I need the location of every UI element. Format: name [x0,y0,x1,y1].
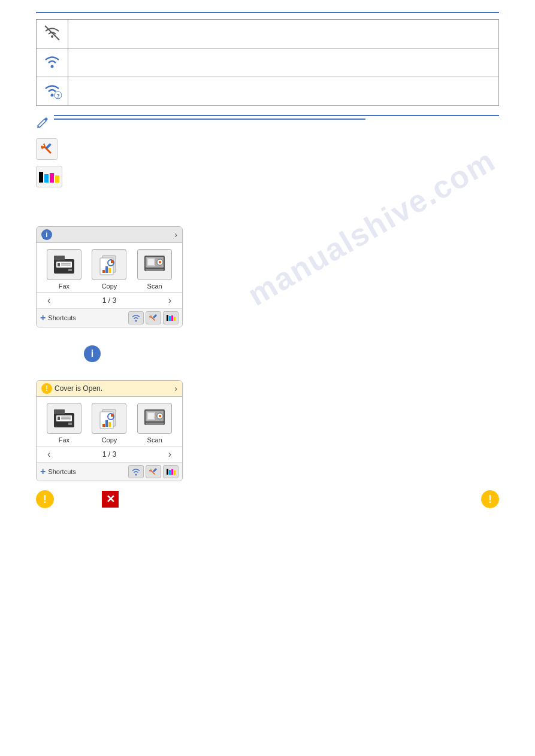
wifi-off-text [68,20,499,48]
wifi-off-cell [37,20,68,48]
ink-bar-magenta [50,173,54,183]
pencil-icon [36,116,49,132]
svg-rect-32 [58,417,60,420]
scan-icon-item[interactable]: Scan [137,249,172,290]
scan-icon-item-2[interactable]: Scan [137,403,172,444]
scan-label: Scan [147,283,162,290]
bottom-warning-icon-2: ! [481,490,499,508]
shortcuts-plus-1[interactable]: + [40,312,46,323]
svg-point-1 [51,65,54,68]
info-circle: i [84,345,101,362]
wifi-question-text [68,77,499,106]
copy-icon-item[interactable]: Copy [92,249,126,290]
device-shortcuts-row-1: + Shortcuts [37,308,182,327]
svg-rect-10 [61,265,71,266]
top-rule [36,12,499,13]
wifi-question-row: ? [37,77,499,106]
device-icons-row-2: Fax Copy [37,397,182,446]
wifi-on-cell [37,48,68,77]
shortcut-wifi-icon-2[interactable] [128,465,144,478]
wifi-off-row [37,20,499,48]
device-nav-left-1[interactable]: ‹ [41,295,56,306]
svg-rect-19 [108,268,111,273]
svg-rect-12 [68,269,72,271]
note-line-1 [54,115,499,116]
device-nav-row-1: ‹ 1 / 3 › [37,292,182,308]
wifi-on-icon [43,64,62,73]
svg-rect-51 [153,468,157,472]
svg-rect-49 [148,413,154,419]
svg-rect-29 [153,314,157,318]
ink-icon-row [36,166,499,187]
copy-icon-box-2 [92,403,126,434]
fax-icon-box-2 [47,403,81,434]
ink-bar-cyan [44,174,49,183]
device-nav-page-1: 1 / 3 [56,296,162,305]
warning-icon-small: ! [41,383,52,394]
device-nav-right-1[interactable]: › [162,295,177,306]
copy-icon-box [92,249,126,280]
bottom-warning-icon-1: ! [36,490,54,508]
note-lines [54,115,499,120]
fax-icon-item-2[interactable]: Fax [47,403,81,444]
wifi-question-icon: ? [43,93,62,102]
svg-rect-33 [61,417,71,418]
shortcuts-label-1: Shortcuts [48,314,75,321]
svg-rect-11 [54,256,65,260]
note-line-2 [54,119,365,120]
svg-rect-18 [105,266,108,273]
device-screen-2: ! Cover is Open. › [36,380,183,481]
device-screen-1-header: i › [37,227,182,243]
wifi-on-text [68,48,499,77]
svg-rect-35 [54,409,65,414]
bottom-error-x-icon: ✕ [102,491,119,508]
device-shortcuts-row-2: + Shortcuts [37,462,182,481]
wifi-off-icon [43,35,62,44]
copy-icon-item-2[interactable]: Copy [92,403,126,444]
svg-rect-8 [58,263,60,266]
device-nav-right-2[interactable]: › [162,449,177,460]
svg-rect-40 [105,420,108,427]
shortcuts-label-2: Shortcuts [48,468,75,475]
ink-bar-black [39,172,43,183]
ink-bar-yellow [55,175,59,183]
wifi-question-cell: ? [37,77,68,106]
device-nav-left-2[interactable]: ‹ [41,449,56,460]
svg-rect-34 [61,418,71,420]
shortcut-ink-icon[interactable] [163,311,179,324]
shortcuts-plus-2[interactable]: + [40,466,46,477]
page-container: ? [0,0,535,756]
shortcut-wrench-icon-2[interactable] [146,465,161,478]
bottom-icons-row: ! ✕ ! [36,490,499,508]
svg-rect-27 [148,259,154,265]
device-header-arrow[interactable]: › [174,230,177,239]
device-nav-page-2: 1 / 3 [56,450,162,459]
svg-rect-5 [46,143,52,149]
device-screen-2-header: ! Cover is Open. › [37,381,182,397]
svg-rect-45 [146,423,164,425]
ink-icon [36,166,62,187]
fax-icon-box [47,249,81,280]
svg-point-28 [135,320,137,322]
svg-point-50 [135,474,137,476]
settings-icon-row [36,138,499,160]
device-icons-row-1: Fax [37,243,182,292]
wifi-on-row [37,48,499,77]
settings-icon [36,138,58,160]
device-header-arrow-2[interactable]: › [174,384,177,393]
shortcut-icons-2 [128,465,179,478]
shortcut-icons-1 [128,311,179,324]
fax-icon-item[interactable]: Fax [47,249,81,290]
spacer-1 [36,190,499,214]
shortcut-ink-icon-2[interactable] [163,465,179,478]
svg-rect-23 [146,269,164,271]
scan-icon-box-2 [137,403,172,434]
copy-label-2: Copy [102,436,117,444]
device-info-icon[interactable]: i [41,229,52,240]
shortcut-wrench-icon[interactable] [146,311,161,324]
info-icon-large: i [36,336,499,368]
shortcut-wifi-icon[interactable] [128,311,144,324]
copy-label: Copy [102,283,117,290]
svg-point-25 [159,261,161,263]
cover-open-text: Cover is Open. [55,384,174,393]
